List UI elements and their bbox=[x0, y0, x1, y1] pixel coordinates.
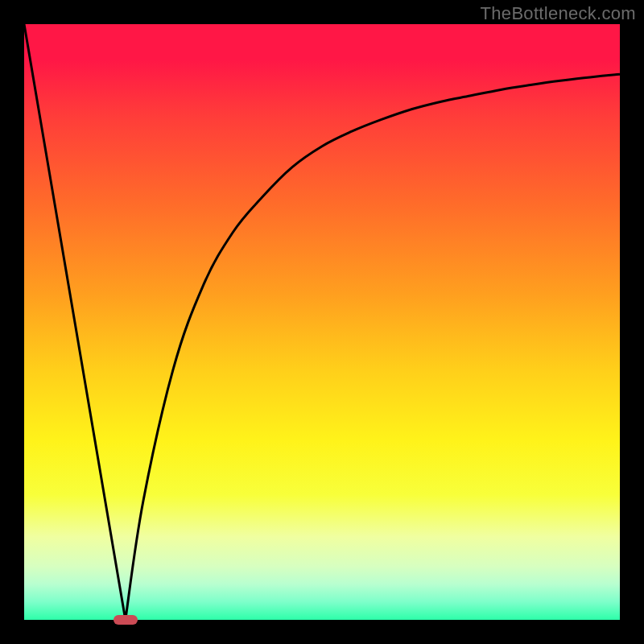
watermark-text: TheBottleneck.com bbox=[481, 3, 636, 24]
bottleneck-curve bbox=[24, 24, 620, 620]
optimum-marker bbox=[114, 615, 138, 625]
curve-path bbox=[24, 24, 620, 620]
chart-frame: TheBottleneck.com bbox=[0, 0, 644, 644]
